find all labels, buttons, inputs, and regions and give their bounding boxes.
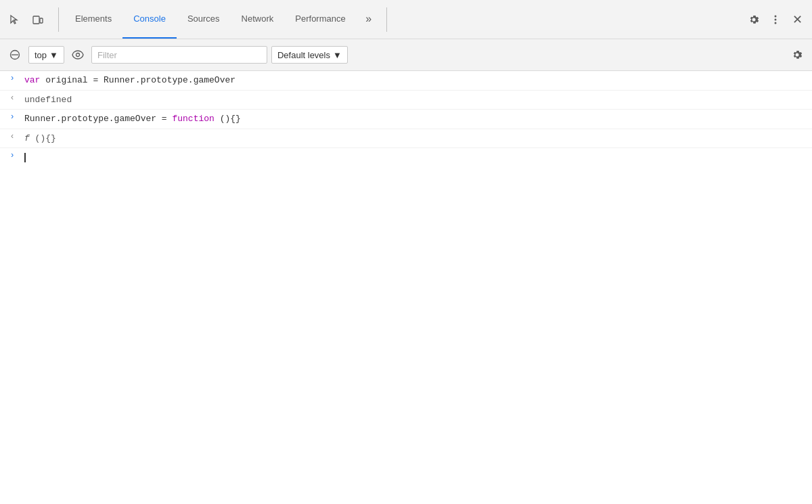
cursor-tool-button[interactable]: [5, 10, 24, 29]
levels-arrow-icon: ▼: [333, 50, 342, 60]
svg-point-3: [775, 18, 777, 20]
output-arrow-2: ‹: [0, 92, 24, 103]
input-arrow-3: ›: [0, 111, 24, 122]
more-tabs-button[interactable]: »: [357, 0, 381, 39]
func-body: (){}: [215, 114, 241, 124]
tab-console[interactable]: Console: [122, 0, 177, 39]
input-cursor: [24, 153, 26, 162]
tab-elements[interactable]: Elements: [64, 0, 122, 39]
main-tabs: Elements Console Sources Network Perform…: [64, 0, 381, 39]
more-options-button[interactable]: [766, 10, 785, 29]
keyword-var: var: [24, 75, 45, 85]
input-arrow-1: ›: [0, 72, 24, 83]
console-settings-button[interactable]: [788, 45, 807, 64]
clear-console-button[interactable]: [5, 45, 24, 64]
svg-rect-0: [33, 16, 39, 24]
console-toolbar-right: [788, 45, 807, 64]
console-line-1: › var original = Runner.prototype.gameOv…: [0, 71, 812, 91]
svg-point-2: [775, 15, 777, 17]
console-line-4: ‹ f (){}: [0, 129, 812, 149]
line-content-5[interactable]: [24, 150, 812, 166]
devtools-icons: [5, 10, 47, 29]
tab-network[interactable]: Network: [231, 0, 285, 39]
line-content-4: f (){}: [24, 131, 812, 147]
settings-button[interactable]: [744, 10, 763, 29]
console-line-3: › Runner.prototype.gameOver = function (…: [0, 110, 812, 129]
svg-point-7: [76, 53, 79, 57]
assign-op: = Runner.prototype.gameOver: [88, 75, 235, 85]
tab-bar-right: ✕: [744, 10, 807, 29]
input-arrow-5: ›: [0, 150, 24, 160]
context-selector[interactable]: top ▼: [28, 46, 64, 64]
line-content-2: undefined: [24, 92, 812, 108]
tab-divider-1: [58, 7, 59, 32]
func-result: f: [24, 133, 35, 143]
func-signature: (){}: [35, 133, 56, 143]
ident-original: original: [45, 75, 87, 85]
undefined-value-1: undefined: [24, 95, 72, 105]
runner-prototype-gameover: Runner.prototype.gameOver =: [24, 114, 172, 124]
keyword-function: function: [172, 114, 214, 124]
line-content-3: Runner.prototype.gameOver = function (){…: [24, 111, 812, 127]
console-line-5[interactable]: ›: [0, 148, 812, 167]
context-dropdown-arrow: ▼: [49, 50, 58, 60]
close-devtools-button[interactable]: ✕: [788, 10, 807, 29]
line-content-1: var original = Runner.prototype.gameOver: [24, 72, 812, 89]
filter-wrapper: [91, 46, 267, 64]
console-toolbar: top ▼ Default levels ▼: [0, 39, 812, 71]
filter-input[interactable]: [97, 50, 261, 60]
device-toolbar-button[interactable]: [28, 10, 47, 29]
svg-point-4: [775, 22, 777, 24]
tab-performance[interactable]: Performance: [284, 0, 356, 39]
console-line-2: ‹ undefined: [0, 91, 812, 110]
live-expression-button[interactable]: [68, 45, 87, 64]
tab-sources[interactable]: Sources: [177, 0, 231, 39]
log-levels-button[interactable]: Default levels ▼: [271, 46, 348, 64]
svg-rect-1: [40, 18, 43, 23]
output-arrow-4: ‹: [0, 131, 24, 141]
console-output: › var original = Runner.prototype.gameOv…: [0, 71, 812, 504]
tab-bar: Elements Console Sources Network Perform…: [0, 0, 812, 39]
tab-divider-2: [386, 7, 387, 32]
